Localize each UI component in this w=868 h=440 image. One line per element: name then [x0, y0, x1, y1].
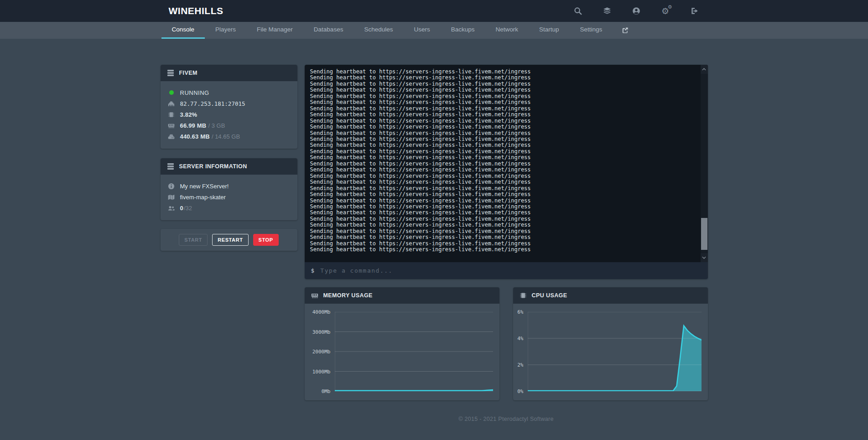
cogs-icon[interactable]: ⚙⚙ — [660, 6, 670, 16]
console-line: Sending heartbeat to https://servers-ing… — [310, 210, 696, 216]
y-axis-tick-label: 3000Mb — [312, 329, 331, 335]
cpu-usage-value: 3.82% — [180, 111, 198, 118]
microchip-icon — [520, 292, 527, 299]
scrollbar-thumb[interactable] — [701, 218, 707, 250]
chart-plot-area — [335, 312, 493, 391]
map-icon — [168, 193, 175, 201]
start-button[interactable]: START — [179, 234, 208, 246]
power-controls-card: START RESTART STOP — [161, 229, 297, 251]
memory-total-value: / 3 GB — [208, 122, 225, 129]
top-header-bar: WINEHILLS ⚙⚙ — [0, 0, 868, 22]
console-line: Sending heartbeat to https://servers-ing… — [310, 167, 696, 173]
console-line: Sending heartbeat to https://servers-ing… — [310, 247, 696, 253]
console-line: Sending heartbeat to https://servers-ing… — [310, 228, 696, 234]
players-count-row: 0 /32 — [168, 202, 290, 213]
ethernet-icon — [168, 100, 175, 107]
console-line: Sending heartbeat to https://servers-ing… — [310, 192, 696, 197]
console-line: Sending heartbeat to https://servers-ing… — [310, 93, 696, 99]
external-link-icon[interactable] — [613, 22, 638, 39]
main-content: Sending heartbeat to https://servers-ing… — [305, 65, 708, 422]
cpu-chart-title: CPU USAGE — [532, 292, 567, 299]
cpu-usage-chart: 6%4%2%0% — [513, 304, 708, 400]
server-information-card: SERVER INFORMATION My new FXServer! five… — [161, 158, 297, 220]
console-line: Sending heartbeat to https://servers-ing… — [310, 198, 696, 204]
console-line: Sending heartbeat to https://servers-ing… — [310, 81, 696, 87]
info-circle-icon — [168, 182, 175, 190]
scroll-up-icon[interactable] — [701, 65, 708, 74]
tab-databases[interactable]: Databases — [303, 22, 354, 39]
memory-used-value: 66.99 MB — [180, 122, 207, 129]
server-map-row: fivem-map-skater — [168, 192, 290, 202]
console-line: Sending heartbeat to https://servers-ing… — [310, 106, 696, 112]
server-name-row: My new FXServer! — [168, 181, 290, 192]
console-line: Sending heartbeat to https://servers-ing… — [310, 222, 696, 228]
tab-schedules[interactable]: Schedules — [353, 22, 403, 39]
server-icon — [167, 163, 174, 170]
console-line: Sending heartbeat to https://servers-ing… — [310, 241, 696, 247]
y-axis-tick-label: 1000Mb — [312, 368, 331, 374]
y-axis-tick-label: 4000Mb — [312, 309, 331, 315]
memory-icon — [311, 292, 318, 299]
server-status-row: RUNNING — [168, 87, 290, 98]
user-circle-icon[interactable] — [631, 6, 641, 16]
console-line: Sending heartbeat to https://servers-ing… — [310, 186, 696, 192]
restart-button[interactable]: RESTART — [212, 234, 248, 246]
console-line: Sending heartbeat to https://servers-ing… — [310, 69, 696, 75]
tab-backups[interactable]: Backups — [441, 22, 485, 39]
server-info-card-header: SERVER INFORMATION — [161, 158, 297, 175]
microchip-icon — [168, 111, 175, 118]
players-current-value: 0 — [180, 205, 183, 212]
y-axis-tick-label: 4% — [517, 336, 523, 342]
cpu-chart-header: CPU USAGE — [513, 287, 708, 304]
stop-button[interactable]: STOP — [253, 234, 279, 246]
chart-y-axis: 4000Mb3000Mb2000Mb1000Mb0Mb — [305, 312, 335, 391]
console-line: Sending heartbeat to https://servers-ing… — [310, 118, 696, 124]
sign-out-icon[interactable] — [690, 6, 700, 16]
console-line: Sending heartbeat to https://servers-ing… — [310, 75, 696, 81]
memory-chart-header: MEMORY USAGE — [305, 287, 499, 304]
tab-startup[interactable]: Startup — [529, 22, 570, 39]
status-badge: RUNNING — [180, 89, 209, 96]
status-dot-icon — [168, 89, 175, 96]
tab-players[interactable]: Players — [205, 22, 246, 39]
console-lines: Sending heartbeat to https://servers-ing… — [310, 69, 696, 253]
memory-icon — [168, 122, 175, 129]
console-line: Sending heartbeat to https://servers-ing… — [310, 136, 696, 142]
server-icon — [167, 69, 174, 77]
disk-total-value: / 14.65 GB — [212, 133, 240, 140]
fivem-status-card: FIVEM RUNNING 82.77.253.181:27015 — [161, 65, 297, 149]
memory-chart-title: MEMORY USAGE — [323, 292, 373, 299]
tab-console[interactable]: Console — [161, 22, 205, 39]
console-output[interactable]: Sending heartbeat to https://servers-ing… — [305, 65, 708, 262]
cpu-usage-row: 3.82% — [168, 109, 290, 120]
memory-usage-card: MEMORY USAGE 4000Mb3000Mb2000Mb1000Mb0Mb — [305, 287, 499, 400]
search-icon[interactable] — [573, 6, 583, 16]
footer-copyright: © 2015 - 2021 Pterodactyl Software — [305, 416, 708, 422]
disk-used-value: 440.63 MB — [180, 133, 210, 140]
tab-file-manager[interactable]: File Manager — [246, 22, 303, 39]
server-name-value: My new FXServer! — [180, 183, 229, 190]
y-axis-tick-label: 6% — [517, 309, 523, 315]
layers-icon[interactable] — [602, 6, 612, 16]
server-nav-bar: Console Players File Manager Databases S… — [0, 22, 868, 39]
console-line: Sending heartbeat to https://servers-ing… — [310, 173, 696, 179]
command-input-row: $ — [305, 262, 708, 279]
tab-settings[interactable]: Settings — [570, 22, 613, 39]
server-ip-row: 82.77.253.181:27015 — [168, 98, 290, 109]
console-line: Sending heartbeat to https://servers-ing… — [310, 179, 696, 185]
y-axis-tick-label: 0Mb — [322, 388, 331, 394]
fivem-card-title: FIVEM — [179, 70, 198, 76]
hdd-icon — [168, 133, 175, 140]
server-ip-value: 82.77.253.181:27015 — [180, 100, 245, 107]
players-max-value: /32 — [184, 205, 192, 212]
users-icon — [168, 204, 175, 212]
tab-network[interactable]: Network — [485, 22, 529, 39]
console-line: Sending heartbeat to https://servers-ing… — [310, 142, 696, 148]
server-map-value: fivem-map-skater — [180, 194, 226, 201]
command-input[interactable] — [320, 267, 701, 274]
console-line: Sending heartbeat to https://servers-ing… — [310, 149, 696, 155]
tab-users[interactable]: Users — [403, 22, 440, 39]
command-prompt-symbol: $ — [311, 267, 315, 274]
console-scrollbar[interactable] — [701, 65, 708, 262]
scroll-down-icon[interactable] — [701, 253, 708, 262]
